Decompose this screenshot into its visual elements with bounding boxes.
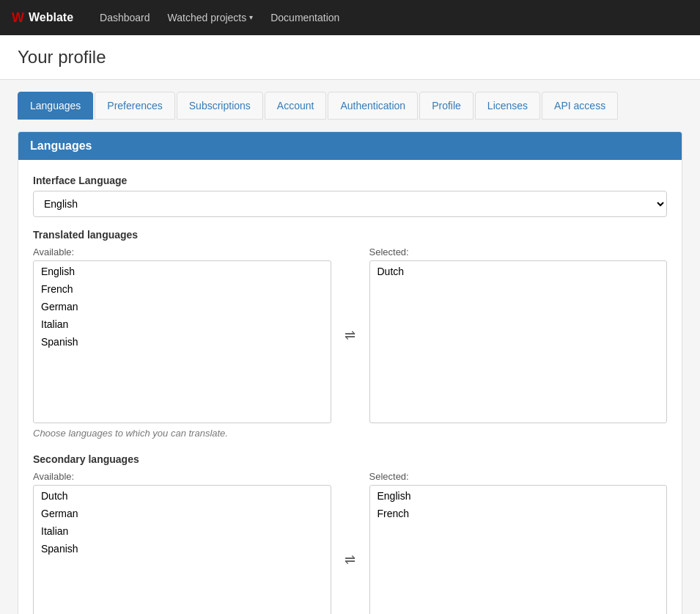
translated-available-english: English <box>35 263 329 280</box>
translated-languages-heading: Translated languages <box>33 229 667 241</box>
translated-available-select[interactable]: English French German Italian Spanish <box>34 261 331 423</box>
tab-licenses[interactable]: Licenses <box>475 92 540 120</box>
navbar: W Weblate Dashboard Watched projects ▾ D… <box>0 0 700 35</box>
secondary-available-spanish: Spanish <box>35 540 329 558</box>
main-content: Languages Preferences Subscriptions Acco… <box>0 80 700 614</box>
secondary-selected-english: English <box>372 487 666 505</box>
secondary-available-column: Available: Dutch German Italian Spanish <box>33 471 331 614</box>
translated-selected-label: Selected: <box>369 246 668 257</box>
translated-available-column: Available: English French German Italian… <box>33 246 331 423</box>
languages-panel: Languages Interface Language English Fre… <box>18 131 682 614</box>
tab-profile[interactable]: Profile <box>419 92 474 120</box>
translated-selected-listbox[interactable]: Dutch <box>369 260 668 423</box>
secondary-available-select[interactable]: Dutch German Italian Spanish <box>34 486 331 614</box>
secondary-available-dutch: Dutch <box>35 487 329 505</box>
translated-selected-dutch: Dutch <box>372 263 666 280</box>
secondary-transfer-button[interactable]: ⇌ <box>337 552 364 568</box>
interface-language-select[interactable]: English French German Spanish Dutch Ital… <box>33 191 667 217</box>
secondary-available-italian: Italian <box>35 522 329 540</box>
chevron-down-icon: ▾ <box>249 0 253 35</box>
page-header: Your profile <box>0 35 700 80</box>
interface-language-label: Interface Language <box>33 175 667 186</box>
tab-preferences[interactable]: Preferences <box>95 92 174 120</box>
secondary-selected-select[interactable]: English French <box>370 486 667 614</box>
translated-transfer-button[interactable]: ⇌ <box>337 327 364 343</box>
secondary-selected-listbox[interactable]: English French <box>369 485 668 614</box>
translated-languages-dual-list: Available: English French German Italian… <box>33 246 667 423</box>
tab-languages[interactable]: Languages <box>18 92 93 120</box>
secondary-selected-label: Selected: <box>369 471 668 482</box>
translated-available-spanish: Spanish <box>35 333 329 351</box>
translated-selected-select[interactable]: Dutch <box>370 261 667 423</box>
translated-help-text: Choose languages to which you can transl… <box>33 428 667 439</box>
brand-name: Weblate <box>29 11 73 24</box>
secondary-selected-french: French <box>372 505 666 522</box>
page-title: Your profile <box>18 47 682 67</box>
tab-authentication[interactable]: Authentication <box>328 92 418 120</box>
translated-available-listbox[interactable]: English French German Italian Spanish <box>33 260 331 423</box>
secondary-available-label: Available: <box>33 471 331 482</box>
secondary-languages-heading: Secondary languages <box>33 453 667 465</box>
panel-heading: Languages <box>18 132 682 160</box>
secondary-available-listbox[interactable]: Dutch German Italian Spanish <box>33 485 331 614</box>
translated-available-italian: Italian <box>35 315 329 333</box>
nav-documentation[interactable]: Documentation <box>262 0 348 35</box>
secondary-selected-column: Selected: English French <box>369 471 668 614</box>
tab-bar: Languages Preferences Subscriptions Acco… <box>18 92 682 120</box>
secondary-languages-dual-list: Available: Dutch German Italian Spanish … <box>33 471 667 614</box>
secondary-transfer-icon: ⇌ <box>345 552 355 568</box>
nav-watched-projects[interactable]: Watched projects ▾ <box>159 0 262 35</box>
translated-available-french: French <box>35 280 329 298</box>
translated-selected-column: Selected: Dutch <box>369 246 668 423</box>
translated-available-german: German <box>35 298 329 315</box>
transfer-icon: ⇌ <box>345 327 355 343</box>
nav-watched-projects-label: Watched projects <box>168 0 247 35</box>
brand-icon: W <box>12 10 24 26</box>
secondary-available-german: German <box>35 505 329 522</box>
tab-account[interactable]: Account <box>265 92 327 120</box>
translated-available-label: Available: <box>33 246 331 257</box>
tab-subscriptions[interactable]: Subscriptions <box>177 92 263 120</box>
nav-dashboard[interactable]: Dashboard <box>91 0 159 35</box>
panel-body: Interface Language English French German… <box>18 160 682 614</box>
tab-api-access[interactable]: API access <box>542 92 618 120</box>
brand-logo[interactable]: W Weblate <box>12 10 73 26</box>
